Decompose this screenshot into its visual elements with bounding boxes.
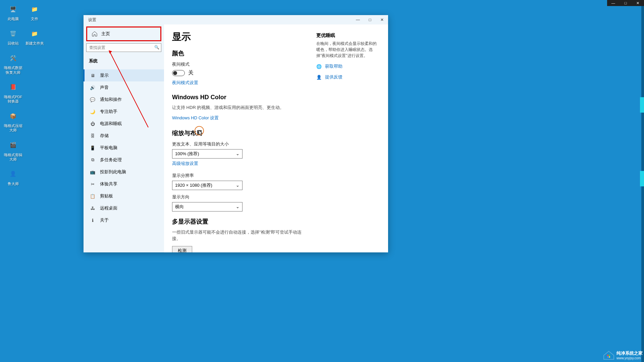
orientation-label: 显示方向 [172, 194, 303, 200]
chevron-down-icon: ⌄ [236, 151, 239, 156]
nav-tablet[interactable]: 📱平板电脑 [84, 142, 164, 154]
home-icon [92, 31, 97, 37]
settings-window: 设置 — □ ✕ 主页 🔍 系统 🖥显示 🔊声音 💬通知和操作 🌙专注助手 [84, 15, 388, 252]
desktop-icon-this-pc[interactable]: 🖥️此电脑 [3, 3, 23, 21]
focus-icon: 🌙 [90, 109, 95, 114]
nav-label: 体验共享 [100, 181, 117, 187]
section-multi: 多显示器设置 [172, 218, 303, 226]
notify-icon: 💬 [90, 97, 95, 102]
desktop-icons-col1: 🖥️此电脑 🗑️回收站 🛠️嗨格式数据恢复大师 📕嗨格式PDF转换器 📦嗨格式压… [3, 3, 23, 186]
nav-label: 通知和操作 [100, 97, 122, 103]
feedback-label: 提供反馈 [325, 74, 342, 80]
desktop-icon-app1[interactable]: 🛠️嗨格式数据恢复大师 [3, 52, 23, 74]
sleep-heading: 更优睡眠 [316, 33, 380, 39]
minimize-button[interactable]: — [352, 15, 364, 24]
clipboard-icon: 📋 [90, 194, 95, 199]
search-input[interactable] [86, 43, 161, 52]
desktop-icons-col2: 📁文件 📁新建文件夹 [24, 3, 45, 46]
svg-rect-2 [607, 355, 608, 356]
nav-focus[interactable]: 🌙专注助手 [84, 106, 164, 118]
hdr-link[interactable]: Windows HD Color 设置 [172, 115, 219, 121]
chevron-down-icon: ⌄ [236, 183, 239, 188]
desktop-icon-recycle[interactable]: 🗑️回收站 [3, 27, 23, 46]
chevron-down-icon: ⌄ [236, 204, 239, 209]
nav-label: 专注助手 [100, 109, 117, 115]
nav-label: 关于 [100, 217, 109, 223]
outer-maximize[interactable]: □ [620, 0, 632, 6]
display-icon: 🖥 [90, 73, 95, 78]
share-icon: ✂ [90, 182, 95, 187]
system-heading: 系统 [84, 55, 164, 67]
outer-close[interactable]: ✕ [632, 0, 644, 6]
desktop-icon-app2[interactable]: 📕嗨格式PDF转换器 [3, 81, 23, 104]
section-color: 颜色 [172, 49, 303, 57]
maximize-button[interactable]: □ [364, 15, 376, 24]
detect-button[interactable]: 检测 [172, 246, 192, 253]
nav-clipboard[interactable]: 📋剪贴板 [84, 190, 164, 202]
multitask-icon: ⧉ [90, 157, 95, 163]
nav-list: 🖥显示 🔊声音 💬通知和操作 🌙专注助手 ⏻电源和睡眠 🗄存储 📱平板电脑 ⧉多… [84, 69, 164, 226]
nav-sound[interactable]: 🔊声音 [84, 81, 164, 94]
scale-advanced-link[interactable]: 高级缩放设置 [172, 161, 198, 167]
get-help-link[interactable]: 🌐 获取帮助 [316, 63, 380, 69]
storage-icon: 🗄 [90, 133, 95, 138]
watermark-text: 纯净系统之家 [616, 350, 643, 356]
nav-about[interactable]: ℹ关于 [84, 214, 164, 226]
svg-rect-5 [609, 356, 610, 358]
remote-icon: 🖧 [90, 206, 95, 211]
titlebar: 设置 — □ ✕ [84, 15, 388, 24]
svg-rect-4 [607, 356, 608, 358]
nav-notifications[interactable]: 💬通知和操作 [84, 94, 164, 106]
tablet-icon: 📱 [90, 145, 95, 150]
nav-multitask[interactable]: ⧉多任务处理 [84, 154, 164, 166]
nav-project[interactable]: 📺投影到此电脑 [84, 166, 164, 178]
section-hdr: Windows HD Color [172, 94, 303, 101]
nav-label: 存储 [100, 133, 109, 139]
watermark-url: www.yoyjsy.com [616, 356, 643, 360]
sidebar: 主页 🔍 系统 🖥显示 🔊声音 💬通知和操作 🌙专注助手 ⏻电源和睡眠 🗄存储 … [84, 24, 164, 252]
night-mode-label: 夜间模式 [172, 61, 303, 67]
svg-rect-3 [609, 355, 610, 356]
resolution-dropdown[interactable]: 644 × 362 (推荐) ⌄ [172, 181, 243, 190]
scale-value: 100% (推荐) [175, 151, 199, 157]
sound-icon: 🔊 [90, 85, 95, 90]
night-settings-link[interactable]: 夜间模式设置 [172, 80, 198, 86]
multi-desc: 一些旧式显示器可能不会进行自动连接，选择"检测"即可尝试手动连接。 [172, 229, 303, 242]
sleep-desc: 在晚间，夜间模式会显示较柔和的暖色，帮助你进入睡眠状态。选择"夜间模式设置"进行… [316, 41, 380, 59]
desktop-icon-app4[interactable]: 🎬嗨格式剪辑大师 [3, 139, 23, 162]
nav-remote[interactable]: 🖧远程桌面 [84, 202, 164, 214]
feedback-icon: 👤 [316, 75, 322, 80]
nav-power[interactable]: ⏻电源和睡眠 [84, 118, 164, 130]
project-icon: 📺 [90, 170, 95, 175]
orientation-dropdown[interactable]: 横向 ⌄ [172, 202, 243, 212]
feedback-link[interactable]: 👤 提供反馈 [316, 74, 380, 80]
outer-minimize[interactable]: — [607, 0, 620, 6]
nav-display[interactable]: 🖥显示 [84, 69, 164, 81]
desktop-icon-folder1[interactable]: 📁文件 [24, 3, 45, 21]
desktop-icon-app5[interactable]: 👤鲁大师 [3, 168, 23, 186]
help-label: 获取帮助 [325, 63, 342, 69]
nav-label: 投影到此电脑 [100, 169, 126, 175]
night-mode-value: 关 [188, 69, 194, 76]
nav-share[interactable]: ✂体验共享 [84, 178, 164, 190]
home-label: 主页 [101, 31, 110, 37]
section-scale: 缩放与布局 [172, 129, 303, 137]
nav-label: 电源和睡眠 [100, 121, 122, 127]
nav-label: 多任务处理 [100, 157, 122, 163]
scale-label: 更改文本、应用等项目的大小 [172, 141, 303, 147]
help-icon: 🌐 [316, 64, 322, 69]
close-button[interactable]: ✕ [376, 15, 388, 24]
edge-mark-1 [640, 97, 644, 113]
orientation-value: 横向 [175, 204, 184, 210]
watermark-logo-icon [603, 351, 614, 360]
nav-storage[interactable]: 🗄存储 [84, 130, 164, 142]
desktop-icon-folder2[interactable]: 📁新建文件夹 [24, 27, 45, 46]
home-button[interactable]: 主页 [86, 26, 161, 41]
page-title: 显示 [172, 31, 303, 43]
nav-label: 远程桌面 [100, 205, 117, 211]
nav-label: 平板电脑 [100, 145, 117, 151]
about-icon: ℹ [90, 218, 95, 223]
night-mode-toggle[interactable] [172, 70, 185, 76]
scale-dropdown[interactable]: 100% (推荐) ⌄ [172, 149, 243, 159]
desktop-icon-app3[interactable]: 📦嗨格式压缩大师 [3, 110, 23, 132]
